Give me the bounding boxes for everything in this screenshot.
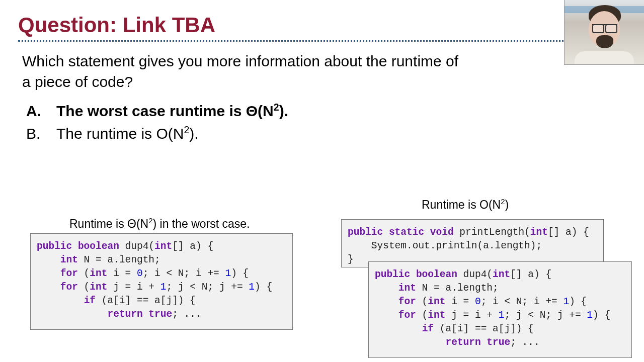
answer-options: A. The worst case runtime is Θ(N2). B. T… — [26, 100, 288, 145]
slide-title: Question: Link TBA — [18, 13, 215, 37]
title-underline — [18, 40, 622, 42]
code-printlength: public static void printLength(int[] a) … — [348, 226, 598, 266]
option-a-letter: A. — [26, 100, 56, 122]
left-caption: Runtime is Θ(N2) in the worst case. — [69, 217, 250, 231]
right-caption: Runtime is O(N2) — [422, 198, 509, 212]
option-a: A. The worst case runtime is Θ(N2). — [26, 100, 288, 122]
code-dup4-left: public boolean dup4(int[] a) { int N = a… — [37, 240, 287, 321]
webcam-overlay — [564, 0, 644, 65]
slide: Question: Link TBA Which statement gives… — [0, 0, 644, 362]
code-box-left: public boolean dup4(int[] a) { int N = a… — [30, 233, 293, 330]
code-box-bottom-right: public boolean dup4(int[] a) { int N = a… — [368, 261, 632, 358]
option-a-text: The worst case runtime is Θ(N2). — [56, 100, 288, 122]
question-text: Which statement gives you more informati… — [22, 51, 465, 92]
option-b-text: The runtime is O(N2). — [56, 122, 199, 145]
option-b-letter: B. — [26, 122, 56, 145]
code-dup4-right: public boolean dup4(int[] a) { int N = a… — [375, 268, 626, 349]
code-box-top-right: public static void printLength(int[] a) … — [341, 219, 604, 267]
option-b: B. The runtime is O(N2). — [26, 122, 288, 145]
